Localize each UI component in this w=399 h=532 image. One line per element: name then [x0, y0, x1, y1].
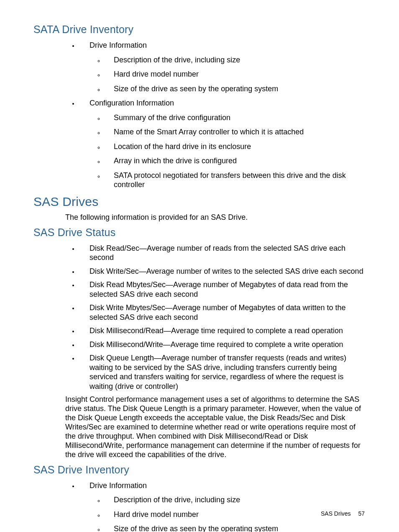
list-item: Hard drive model number — [104, 69, 366, 79]
heading-sas-drive-inventory: SAS Drive Inventory — [33, 464, 366, 476]
heading-sata-drive-inventory: SATA Drive Inventory — [33, 23, 366, 36]
sas-status-list: Disk Read/Sec—Average number of reads fr… — [33, 244, 366, 391]
heading-sas-drive-status: SAS Drive Status — [33, 226, 366, 239]
list-item: Array in which the drive is configured — [104, 156, 366, 166]
list-item: Disk Millisecond/Write—Average time requ… — [79, 340, 366, 350]
sas-status-paragraph: Insight Control performance management u… — [65, 395, 366, 460]
sas-inventory-list: Drive Information Description of the dri… — [33, 481, 366, 532]
list-item: Configuration Information Summary of the… — [79, 98, 366, 190]
list-item: Drive Information Description of the dri… — [79, 41, 366, 93]
list-item-label: Configuration Information — [90, 99, 174, 107]
list-item: Disk Read/Sec—Average number of reads fr… — [79, 244, 366, 262]
sata-inventory-sublist-1: Summary of the drive configuration Name … — [90, 113, 366, 190]
heading-sas-drives: SAS Drives — [33, 195, 366, 209]
list-item: Description of the drive, including size — [104, 495, 366, 505]
list-item-label: Drive Information — [90, 481, 147, 490]
list-item: Disk Millisecond/Read—Average time requi… — [79, 326, 366, 336]
list-item: Name of the Smart Array controller to wh… — [104, 127, 366, 137]
list-item: Disk Write/Sec—Average number of writes … — [79, 267, 366, 276]
sas-intro-text: The following information is provided fo… — [65, 212, 366, 222]
list-item: Disk Write Mbytes/Sec—Average number of … — [79, 303, 366, 322]
footer-section-label: SAS Drives — [321, 510, 351, 517]
page-footer: SAS Drives 57 — [321, 510, 365, 517]
list-item-label: Drive Information — [90, 41, 147, 49]
list-item: SATA protocol negotiated for transfers b… — [104, 171, 366, 190]
list-item: Disk Queue Length—Average number of tran… — [79, 353, 366, 391]
sata-inventory-sublist-0: Description of the drive, including size… — [90, 55, 366, 94]
page-container: SATA Drive Inventory Drive Information D… — [0, 0, 399, 532]
list-item: Drive Information Description of the dri… — [79, 481, 366, 532]
list-item: Size of the drive as seen by the operati… — [104, 84, 366, 94]
list-item: Location of the hard drive in its enclos… — [104, 142, 366, 152]
list-item: Disk Read Mbytes/Sec—Average number of M… — [79, 280, 366, 299]
list-item: Size of the drive as seen by the operati… — [104, 524, 366, 532]
sata-inventory-list: Drive Information Description of the dri… — [33, 41, 366, 190]
list-item: Description of the drive, including size — [104, 55, 366, 65]
footer-page-number: 57 — [358, 510, 365, 517]
list-item: Summary of the drive configuration — [104, 113, 366, 123]
